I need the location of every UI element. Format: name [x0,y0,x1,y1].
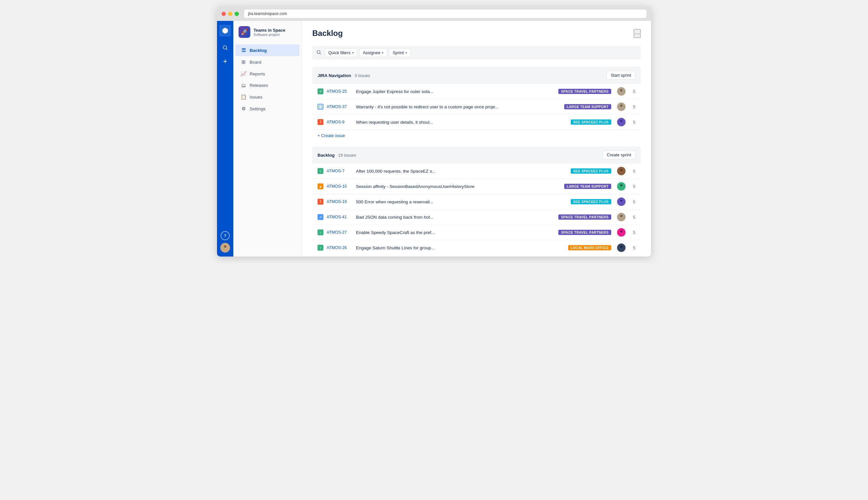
svg-point-9 [620,104,623,107]
quick-filters-btn[interactable]: Quick filters ▾ [325,48,357,57]
help-btn[interactable]: ? [220,231,230,240]
svg-point-13 [620,200,623,202]
table-row[interactable]: ! ATMOS-9 When requesting user details, … [312,114,641,129]
sprint-name: JIRA Navigation [318,73,351,78]
sprint-issue-count: 19 issues [338,153,356,158]
close-window-btn[interactable] [221,12,226,16]
table-row[interactable]: ✓ ATMOS-41 Bad JSON data coming back fro… [312,209,641,225]
table-row[interactable]: ! ATMOS-19 500 Error when requesting a r… [312,194,641,209]
sprint-section-backlog: Backlog 19 issues Create sprint ↑ ATMOS-… [312,147,641,255]
global-nav-bottom: ? [220,231,230,253]
start-sprint-btn[interactable]: Start sprint [606,71,635,80]
assignee-chevron: ▾ [382,51,384,55]
svg-line-1 [226,49,227,49]
url-text: jira.teamsinspace.com [248,11,287,16]
search-icon [316,49,321,56]
issue-summary: Warranty - it's not possible to redirect… [356,104,561,109]
settings-icon: ⚙ [240,106,247,112]
issue-type-icon-newfeature: ↑ [318,245,323,251]
issue-label: SEE SPACEEZ PLUS [571,199,611,204]
issue-points: 5 [629,104,635,109]
sprint-label: Sprint [392,50,404,55]
issue-key[interactable]: ATMOS-9 [327,120,353,124]
sidebar-item-reports[interactable]: 📈 Reports [235,68,299,80]
assignee-label: Assignee [363,50,380,55]
project-icon: 🚀 [239,26,250,38]
browser-window: jira.teamsinspace.com ? [217,7,651,257]
project-sidebar: 🚀 Teams in Space Software project ☰ Back… [233,21,302,257]
board-icon: ⊞ [240,59,247,65]
avatar [617,243,626,252]
issue-key[interactable]: ATMOS-10 [327,184,353,189]
maximize-window-btn[interactable] [235,12,239,16]
sidebar-item-board[interactable]: ⊞ Board [235,56,299,68]
issue-key[interactable]: ATMOS-19 [327,200,353,204]
sprint-header-backlog: Backlog 19 issues Create sprint [312,147,641,163]
table-row[interactable]: ↑ ATMOS-27 Enable Speedy SpaceCraft as t… [312,225,641,240]
issue-type-icon-bug: ! [318,119,323,125]
table-row[interactable]: ↑ ATMOS-7 After 100,000 requests, the Sp… [312,163,641,179]
issue-type-icon-newfeature: ↑ [318,168,323,174]
minimize-window-btn[interactable] [228,12,232,16]
backlog-icon: ☰ [240,47,247,53]
issue-key[interactable]: ATMOS-7 [327,169,353,173]
global-create-btn[interactable] [219,56,231,67]
issues-icon: 📋 [240,94,247,100]
jira-logo[interactable] [219,25,231,36]
sprint-title-jira-nav: JIRA Navigation 3 issues [318,72,370,78]
sidebar-item-issues[interactable]: 📋 Issues [235,91,299,103]
table-row[interactable]: ATMOS-37 Warranty - it's not possible to… [312,99,641,114]
issue-key[interactable]: ATMOS-41 [327,215,353,219]
issue-label: LOCAL MARS OFFICE [568,245,611,250]
issue-summary: 500 Error when requesting a reservati... [356,200,568,204]
sidebar-item-settings[interactable]: ⚙ Settings [235,103,299,115]
sidebar-item-backlog[interactable]: ☰ Backlog [235,44,299,56]
issue-key[interactable]: ATMOS-26 [327,246,353,250]
avatar [617,197,626,206]
create-issue-btn[interactable]: + Create issue [312,129,641,141]
sidebar-item-releases[interactable]: 🗂 Releases [235,80,299,91]
svg-point-0 [223,46,227,49]
filter-bar: Quick filters ▾ Assignee ▾ Sprint ▾ [312,46,641,60]
issue-summary: Engage Saturn Shuttle Lines for group... [356,246,565,250]
main-content: Backlog ··· Quick filters ▾ Assignee ▾ S… [302,21,651,257]
table-row[interactable]: ↑ ATMOS-26 Engage Saturn Shuttle Lines f… [312,240,641,255]
issue-points: 5 [629,230,635,235]
table-row[interactable]: ✓ ATMOS-25 Engage Jupiter Express for ou… [312,83,641,99]
table-row[interactable]: ▲ ATMOS-10 Session affinity - SessionBas… [312,179,641,194]
sprint-header-jira-nav: JIRA Navigation 3 issues Start sprint [312,67,641,83]
avatar [617,167,626,175]
svg-point-7 [620,89,623,91]
sidebar-item-issues-label: Issues [250,95,262,100]
window-controls [221,12,239,16]
project-type: Software project [253,33,285,36]
sidebar-menu: ☰ Backlog ⊞ Board 📈 Reports 🗂 Releases 📋 [233,44,301,115]
issue-key[interactable]: ATMOS-25 [327,89,353,94]
svg-point-10 [620,120,623,122]
issue-type-icon-story: ✓ [318,89,323,94]
sidebar-item-board-label: Board [250,60,261,65]
issue-summary: Engage Jupiter Express for outer sola... [356,89,555,94]
sidebar-item-releases-label: Releases [250,83,268,88]
sprint-filter-btn[interactable]: Sprint ▾ [389,48,411,57]
svg-point-15 [620,230,623,232]
create-sprint-btn[interactable]: Create sprint [603,150,635,159]
svg-point-5 [317,50,320,53]
user-avatar[interactable] [220,243,230,253]
sidebar-item-reports-label: Reports [250,71,265,76]
issue-points: 5 [629,89,635,94]
assignee-filter-btn[interactable]: Assignee ▾ [359,48,387,57]
more-options-btn[interactable]: ··· [634,29,641,38]
issue-type-icon-bug: ! [318,199,323,205]
issue-key[interactable]: ATMOS-27 [327,230,353,235]
svg-point-12 [620,184,623,186]
sidebar-item-backlog-label: Backlog [250,48,267,53]
issue-key[interactable]: ATMOS-37 [327,104,353,109]
svg-point-14 [620,215,623,217]
issue-points: 5 [629,184,635,189]
global-search-btn[interactable] [219,42,231,54]
issue-points: 5 [629,120,635,125]
project-name: Teams in Space [253,28,285,33]
avatar [617,102,626,111]
address-bar[interactable]: jira.teamsinspace.com [244,10,647,18]
